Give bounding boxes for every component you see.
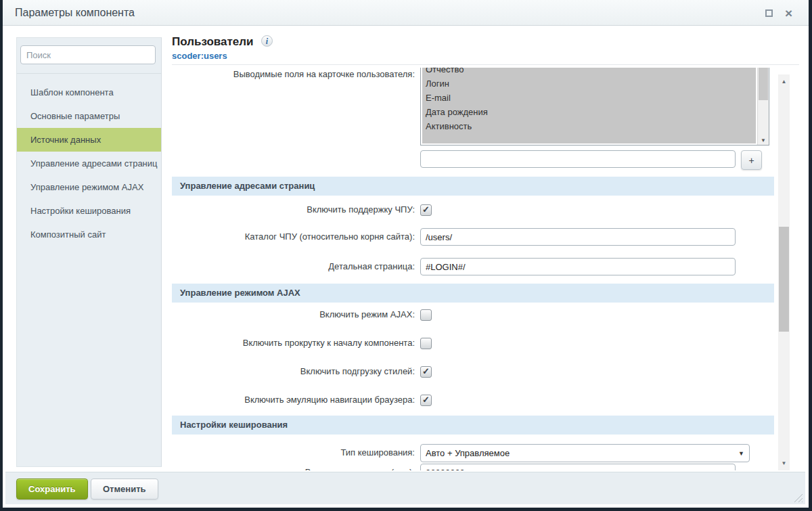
- sidebar-item-page-urls[interactable]: Управление адресами страниц: [17, 152, 161, 175]
- cancel-button[interactable]: Отменить: [91, 479, 158, 499]
- save-button[interactable]: Сохранить: [16, 479, 88, 499]
- resize-grip[interactable]: [793, 493, 803, 502]
- form-row-sef-mode: Включить поддержку ЧПУ:: [172, 204, 778, 216]
- form-row-ajax-scroll: Включить прокрутку к началу компонента:: [172, 338, 778, 349]
- add-field-button[interactable]: +: [741, 150, 762, 170]
- ajax-mode-checkbox[interactable]: [420, 309, 432, 321]
- close-icon[interactable]: ×: [785, 7, 792, 20]
- form-scrollbar-thumb[interactable]: [779, 227, 789, 332]
- field-label: Включить поддержку ЧПУ:: [172, 204, 420, 215]
- form-scrollbar[interactable]: ▲ ▼: [778, 74, 790, 470]
- arrow-down-icon[interactable]: ▼: [758, 137, 769, 143]
- ajax-styles-checkbox[interactable]: [420, 366, 432, 378]
- field-label: Детальная страница:: [172, 258, 420, 271]
- search-input[interactable]: [20, 45, 156, 64]
- multiselect-option[interactable]: Отчество: [422, 68, 756, 76]
- form-row-ajax-history: Включить эмуляцию навигации браузера:: [172, 395, 778, 406]
- field-label: Выводимые поля на карточке пользователя:: [172, 68, 420, 146]
- field-label: Включить прокрутку к началу компонента:: [172, 338, 420, 348]
- sef-folder-input[interactable]: [420, 228, 736, 246]
- window-controls: ×: [765, 0, 792, 26]
- multiselect-option[interactable]: Дата рождения: [422, 105, 756, 119]
- new-field-input[interactable]: [420, 150, 736, 168]
- field-label: Каталог ЧПУ (относительно корня сайта):: [172, 228, 420, 242]
- multiselect-scrollbar[interactable]: ▼: [757, 68, 769, 145]
- field-label: Включить подгрузку стилей:: [172, 366, 420, 376]
- multiselect-option[interactable]: E-mail: [422, 91, 756, 105]
- ajax-history-checkbox[interactable]: [420, 395, 432, 406]
- sidebar-item-main-params[interactable]: Основные параметры: [17, 104, 161, 128]
- component-title: Пользователи: [172, 35, 254, 49]
- section-header-cache: Настройки кеширования: [172, 416, 774, 435]
- component-code-link[interactable]: scoder:users: [172, 51, 769, 61]
- detail-page-input[interactable]: [420, 258, 736, 275]
- sidebar-item-component-template[interactable]: Шаблон компонента: [17, 81, 161, 104]
- header-divider: [172, 64, 799, 65]
- sidebar-divider: [17, 73, 161, 74]
- multiselect-scrollbar-thumb[interactable]: [759, 68, 768, 100]
- maximize-icon[interactable]: [765, 9, 773, 17]
- sef-mode-checkbox[interactable]: [420, 204, 432, 216]
- form-row-user-card-fields: Выводимые поля на карточке пользователя:…: [172, 68, 778, 146]
- form-row-cache-type: Тип кеширования: Авто + Управляемое ▼: [172, 444, 778, 462]
- cache-type-select[interactable]: Авто + Управляемое: [420, 444, 750, 462]
- info-icon[interactable]: i: [261, 35, 273, 47]
- sidebar-item-cache-settings[interactable]: Настройки кеширования: [17, 199, 161, 223]
- arrow-down-icon[interactable]: ▼: [778, 460, 790, 466]
- main-header: Пользователи i scoder:users: [172, 35, 769, 61]
- field-label: Включить режим AJAX:: [172, 309, 420, 319]
- user-fields-multiselect[interactable]: Отчество Логин E-mail Дата рождения Акти…: [420, 68, 769, 146]
- sidebar-item-ajax-mode[interactable]: Управление режимом AJAX: [17, 175, 161, 199]
- multiselect-option[interactable]: Логин: [422, 76, 756, 91]
- form-row-ajax-styles: Включить подгрузку стилей:: [172, 366, 778, 378]
- section-header-page-urls: Управление адресами страниц: [172, 177, 774, 196]
- cache-time-input[interactable]: [420, 464, 736, 470]
- form-row-add-field: +: [172, 150, 778, 170]
- multiselect-option[interactable]: Активность: [422, 119, 756, 133]
- multiselect-options: Отчество Логин E-mail Дата рождения Акти…: [422, 68, 756, 143]
- sidebar: Шаблон компонента Основные параметры Ист…: [16, 37, 162, 467]
- arrow-up-icon[interactable]: ▲: [778, 79, 790, 85]
- form-row-sef-folder: Каталог ЧПУ (относительно корня сайта):: [172, 228, 778, 246]
- form-row-detail-page: Детальная страница:: [172, 258, 778, 275]
- form-row-ajax-mode: Включить режим AJAX:: [172, 309, 778, 321]
- field-label: Включить эмуляцию навигации браузера:: [172, 395, 420, 405]
- form-row-cache-time: Время кеширования (сек.):: [172, 464, 778, 470]
- ajax-scroll-checkbox[interactable]: [420, 338, 432, 349]
- title-bar: Параметры компонента ×: [3, 0, 809, 26]
- sidebar-item-data-source[interactable]: Источник данных: [17, 128, 161, 152]
- dialog-title: Параметры компонента: [15, 0, 135, 26]
- field-label: Время кеширования (сек.):: [172, 464, 420, 470]
- section-header-ajax: Управление режимом AJAX: [172, 284, 774, 303]
- dialog-window: Параметры компонента × Шаблон компонента…: [0, 0, 812, 511]
- sidebar-item-composite-site[interactable]: Композитный сайт: [17, 223, 161, 246]
- form-scroll-area: Выводимые поля на карточке пользователя:…: [172, 68, 778, 470]
- field-label: Тип кеширования:: [172, 444, 420, 458]
- footer-bar: Сохранить Отменить: [5, 472, 805, 504]
